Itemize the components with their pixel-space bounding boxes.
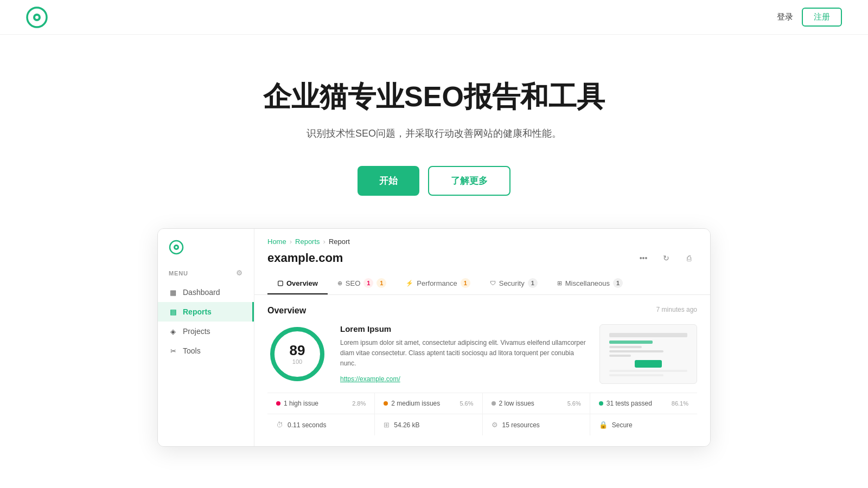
print-button[interactable]: ⎙	[681, 250, 697, 266]
overview-header: Overview 7 minutes ago	[267, 306, 697, 316]
stat-label-medium: 2 medium issues	[391, 400, 440, 407]
screenshot-wrapper: MENU ⚙ ▦ Dashboard ▤ Reports ◈ Projects …	[0, 228, 868, 479]
footer-stat-time-label: 0.11 seconds	[288, 421, 326, 429]
tab-miscellaneous[interactable]: ⊞ Miscellaneous 1	[547, 273, 633, 294]
breadcrumb-current: Report	[329, 237, 350, 246]
overview-time: 7 minutes ago	[656, 306, 697, 313]
overview-icon: ▢	[277, 279, 283, 287]
breadcrumb: Home › Reports › Report	[254, 229, 710, 248]
donut-center: 89 100	[290, 343, 305, 365]
misc-badge: 1	[613, 278, 623, 288]
tabs: ▢ Overview ⊕ SEO 1 1 ⚡ Performance 1 🛡 S…	[254, 273, 710, 295]
nav-actions: 登录 注册	[777, 8, 842, 27]
info-link[interactable]: https://example.com/	[340, 375, 400, 383]
start-button[interactable]: 开始	[358, 166, 419, 196]
preview-svg	[605, 329, 692, 380]
info-block: Lorem Ipsum Lorem ipsum dolor sit amet, …	[340, 324, 586, 383]
hero-title: 企业猫专业SEO报告和工具	[26, 78, 842, 116]
sidebar-item-tools[interactable]: ✂ Tools	[158, 341, 254, 361]
main-content: Home › Reports › Report example.com ••• …	[254, 229, 710, 446]
footer-stat-security: 🔒 Secure	[590, 414, 697, 435]
security-badge: 1	[528, 278, 538, 288]
svg-point-5	[175, 246, 177, 248]
seo-badge-orange: 1	[376, 278, 386, 288]
breadcrumb-sep-1: ›	[290, 237, 292, 246]
breadcrumb-reports[interactable]: Reports	[295, 237, 320, 246]
tab-seo[interactable]: ⊕ SEO 1 1	[328, 273, 396, 294]
misc-tab-icon: ⊞	[557, 280, 562, 287]
footer-stat-resources-label: 15 resources	[502, 421, 540, 429]
seo-badge-red: 1	[363, 278, 373, 288]
settings-icon[interactable]: ⚙	[236, 269, 243, 277]
size-icon: ⊞	[384, 421, 390, 429]
brand-logo-icon	[26, 7, 48, 28]
stat-passed: 31 tests passed 86.1%	[590, 393, 697, 414]
stat-pct-low: 5.6%	[567, 400, 581, 407]
security-tab-icon: 🛡	[490, 280, 496, 286]
svg-point-2	[35, 16, 39, 19]
stat-high-issues: 1 high issue 2.8%	[267, 393, 375, 414]
svg-rect-15	[609, 370, 687, 372]
svg-rect-10	[609, 341, 653, 344]
overview-card: Overview 7 minutes ago 89 100	[254, 295, 710, 446]
svg-rect-13	[609, 355, 631, 357]
donut-score: 89	[290, 343, 305, 358]
breadcrumb-home[interactable]: Home	[267, 237, 286, 246]
login-button[interactable]: 登录	[777, 12, 793, 22]
stat-pct-high: 2.8%	[352, 400, 366, 407]
stat-low-issues: 2 low issues 5.6%	[483, 393, 590, 414]
footer-stat-resources: ⚙ 15 resources	[483, 414, 590, 435]
stat-dot-gray	[492, 401, 496, 406]
navbar: 登录 注册	[0, 0, 868, 35]
info-title: Lorem Ipsum	[340, 324, 586, 333]
hero-buttons: 开始 了解更多	[26, 166, 842, 196]
hero-subtitle: 识别技术性SEO问题，并采取行动改善网站的健康和性能。	[26, 127, 842, 140]
stat-pct-passed: 86.1%	[672, 400, 688, 407]
learn-more-button[interactable]: 了解更多	[428, 166, 510, 196]
breadcrumb-sep-2: ›	[323, 237, 326, 246]
svg-rect-12	[609, 350, 663, 352]
site-preview	[599, 324, 697, 384]
app-window: MENU ⚙ ▦ Dashboard ▤ Reports ◈ Projects …	[157, 228, 711, 447]
more-options-button[interactable]: •••	[635, 250, 652, 266]
sidebar-item-projects[interactable]: ◈ Projects	[158, 322, 254, 341]
footer-stat-security-label: Secure	[612, 421, 633, 429]
stat-label-high: 1 high issue	[284, 400, 318, 407]
register-button[interactable]: 注册	[802, 8, 842, 27]
sidebar-logo-icon	[169, 240, 184, 255]
sidebar-logo	[158, 240, 254, 266]
footer-stat-time: ⏱ 0.11 seconds	[267, 414, 375, 435]
tab-security[interactable]: 🛡 Security 1	[480, 273, 547, 294]
tab-overview[interactable]: ▢ Overview	[267, 273, 328, 294]
reports-icon: ▤	[169, 307, 177, 316]
sidebar-menu-label: MENU ⚙	[158, 266, 254, 282]
resources-icon: ⚙	[492, 421, 498, 429]
refresh-button[interactable]: ↻	[658, 250, 674, 266]
performance-tab-icon: ⚡	[406, 280, 413, 287]
stat-medium-issues: 2 medium issues 5.6%	[375, 393, 482, 414]
page-header: example.com ••• ↻ ⎙	[254, 248, 710, 273]
hero-section: 企业猫专业SEO报告和工具 识别技术性SEO问题，并采取行动改善网站的健康和性能…	[0, 35, 868, 228]
time-icon: ⏱	[276, 421, 283, 429]
performance-badge: 1	[461, 278, 470, 288]
svg-rect-16	[609, 374, 663, 376]
tab-performance[interactable]: ⚡ Performance 1	[396, 273, 480, 294]
sidebar-item-dashboard[interactable]: ▦ Dashboard	[158, 282, 254, 302]
overview-body: 89 100 Lorem Ipsum Lorem ipsum dolor sit…	[267, 324, 697, 384]
stat-label-low: 2 low issues	[499, 400, 534, 407]
sidebar: MENU ⚙ ▦ Dashboard ▤ Reports ◈ Projects …	[158, 229, 254, 446]
seo-tab-icon: ⊕	[337, 280, 342, 287]
svg-rect-11	[609, 346, 642, 348]
stat-dot-orange	[384, 401, 388, 406]
sidebar-item-reports[interactable]: ▤ Reports	[158, 302, 254, 322]
stats-row: 1 high issue 2.8% 2 medium issues 5.6% 2…	[267, 393, 697, 414]
tools-icon: ✂	[169, 346, 177, 355]
stat-dot-red	[276, 401, 280, 406]
svg-rect-9	[609, 333, 687, 337]
footer-stat-size-label: 54.26 kB	[394, 421, 419, 429]
stat-dot-green	[599, 401, 603, 406]
dashboard-icon: ▦	[169, 288, 177, 297]
page-header-actions: ••• ↻ ⎙	[635, 250, 697, 266]
footer-stat-size: ⊞ 54.26 kB	[375, 414, 482, 435]
projects-icon: ◈	[169, 327, 177, 336]
